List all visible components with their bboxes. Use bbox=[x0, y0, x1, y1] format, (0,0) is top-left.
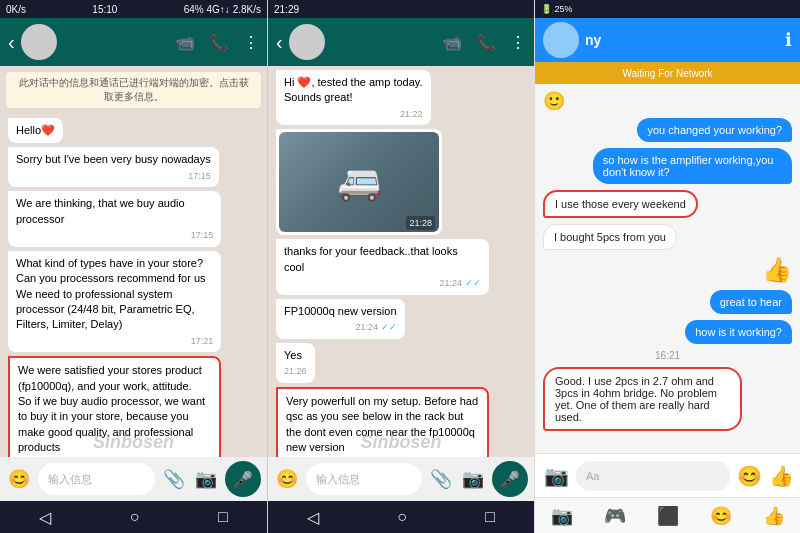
nav-home-icon-mid[interactable]: ○ bbox=[397, 508, 407, 526]
status-right-text: 64% 4G↑↓ 2.8K/s bbox=[184, 4, 261, 15]
msg-time: 17:21 bbox=[16, 335, 213, 348]
input-placeholder-mid: 输入信息 bbox=[316, 472, 360, 487]
chat-image: 🚐 21:28 bbox=[279, 132, 439, 232]
mic-icon: 🎤 bbox=[233, 470, 253, 489]
message-great-to-hear: great to hear bbox=[710, 290, 792, 314]
message-types: What kind of types have in your store? C… bbox=[8, 251, 221, 353]
chat-area-left: Hello❤️ Sorry but I've been very busy no… bbox=[0, 114, 267, 457]
time-separator: 16:21 bbox=[655, 350, 680, 361]
status-time-left: 15:10 bbox=[92, 4, 117, 15]
message-satisfied: We were satisfied your stores product (f… bbox=[8, 356, 221, 457]
status-bar-left: 0K/s 15:10 64% 4G↑↓ 2.8K/s bbox=[0, 0, 267, 18]
nav-game-right[interactable]: 🎮 bbox=[604, 505, 626, 527]
nav-like-right[interactable]: 👍 bbox=[763, 505, 785, 527]
nav-back-icon[interactable]: ◁ bbox=[39, 508, 51, 527]
message-looks-cool: thanks for your feedback..that looks coo… bbox=[276, 239, 489, 294]
mic-button[interactable]: 🎤 bbox=[225, 461, 261, 497]
emoji-icon-mid[interactable]: 😊 bbox=[274, 468, 300, 490]
message-image: 🚐 21:28 bbox=[276, 129, 442, 235]
message-busy: Sorry but I've been very busy nowadays 1… bbox=[8, 147, 219, 187]
msg-text: great to hear bbox=[720, 296, 782, 308]
msg-text: so how is the amplifier working,you don'… bbox=[603, 154, 774, 178]
msg-time: 17:15 bbox=[16, 229, 213, 242]
emoji-icon-right[interactable]: 😊 bbox=[734, 464, 765, 488]
msg-text: Sorry but I've been very busy nowadays bbox=[16, 152, 211, 167]
status-left-text: 0K/s bbox=[6, 4, 26, 15]
msg-text: Very powerfull on my setup. Before had q… bbox=[286, 394, 479, 456]
message-amplifier-working: so how is the amplifier working,you don'… bbox=[593, 148, 792, 184]
message-input-mid[interactable]: 输入信息 bbox=[306, 463, 422, 495]
whatsapp-header-left: ‹ 📹 📞 ⋮ bbox=[0, 18, 267, 66]
chat-footer-left: 😊 输入信息 📎 📷 🎤 bbox=[0, 457, 267, 501]
msg-text: Hello❤️ bbox=[16, 124, 55, 136]
attach-icon[interactable]: 📎 bbox=[161, 468, 187, 490]
msg-text: how is it working? bbox=[695, 326, 782, 338]
whatsapp-panel-middle: 21:29 ‹ 📹 📞 ⋮ Hi ❤️, tested the amp toda… bbox=[267, 0, 534, 533]
emoji-message: 🙂 bbox=[543, 90, 565, 112]
msg-text: Hi ❤️, tested the amp today.Sounds great… bbox=[284, 75, 423, 106]
input-placeholder: 输入信息 bbox=[48, 472, 92, 487]
smiley-emoji: 🙂 bbox=[543, 90, 565, 112]
status-icons-right: 🔋 25% bbox=[541, 4, 573, 14]
nav-home-right[interactable]: ⬛ bbox=[657, 505, 679, 527]
msg-text: What kind of types have in your store? C… bbox=[16, 256, 213, 333]
back-icon-mid[interactable]: ‹ bbox=[276, 31, 283, 54]
message-hello: Hello❤️ bbox=[8, 118, 63, 143]
messenger-input[interactable]: Aa bbox=[576, 461, 730, 491]
voice-call-icon[interactable]: 📞 bbox=[209, 33, 229, 52]
input-placeholder-right: Aa bbox=[586, 470, 599, 482]
encrypt-notice: 此对话中的信息和通话已进行端对端的加密。点击获取更多信息。 bbox=[6, 72, 261, 108]
msg-text: I bought 5pcs from you bbox=[554, 231, 666, 243]
nav-home-icon[interactable]: ○ bbox=[130, 508, 140, 526]
msg-text: FP10000q new version bbox=[284, 304, 397, 319]
messenger-contact-name: ny bbox=[585, 32, 779, 48]
image-time: 21:28 bbox=[406, 216, 435, 231]
nav-recents-icon-mid[interactable]: □ bbox=[485, 508, 495, 526]
mic-button-mid[interactable]: 🎤 bbox=[492, 461, 528, 497]
camera-icon-right[interactable]: 📷 bbox=[541, 464, 572, 488]
msg-time: 21:24 ✓✓ bbox=[284, 321, 397, 334]
emoji-icon[interactable]: 😊 bbox=[6, 468, 32, 490]
nav-emoji-right[interactable]: 😊 bbox=[710, 505, 732, 527]
message-use-every-weekend: I use those every weekend bbox=[543, 190, 698, 218]
whatsapp-panel-left: 0K/s 15:10 64% 4G↑↓ 2.8K/s ‹ 📹 📞 ⋮ 此对话中的… bbox=[0, 0, 267, 533]
messenger-panel-right: 🔋 25% ny ℹ Waiting For Network 🙂 you cha… bbox=[534, 0, 800, 533]
message-input-left[interactable]: 输入信息 bbox=[38, 463, 155, 495]
camera-icon-mid[interactable]: 📷 bbox=[460, 468, 486, 490]
msg-text: I use those every weekend bbox=[555, 198, 686, 210]
message-audio: We are thinking, that we buy audio proce… bbox=[8, 191, 221, 246]
msg-time: 21:26 bbox=[284, 365, 307, 378]
header-icons-left: 📹 📞 ⋮ bbox=[175, 33, 259, 52]
bottom-nav-left: ◁ ○ □ bbox=[0, 501, 267, 533]
nav-recents-icon[interactable]: □ bbox=[218, 508, 228, 526]
msg-text: We are thinking, that we buy audio proce… bbox=[16, 196, 213, 227]
bottom-nav-right: 📷 🎮 ⬛ 😊 👍 bbox=[535, 497, 800, 533]
message-how-working: how is it working? bbox=[685, 320, 792, 344]
nav-back-icon-mid[interactable]: ◁ bbox=[307, 508, 319, 527]
info-icon[interactable]: ℹ bbox=[785, 29, 792, 51]
phone-icon-mid[interactable]: 📞 bbox=[476, 33, 496, 52]
waiting-for-network-bar: Waiting For Network bbox=[535, 62, 800, 84]
msg-text: We were satisfied your stores product (f… bbox=[18, 363, 211, 455]
chat-footer-middle: 😊 输入信息 📎 📷 🎤 bbox=[268, 457, 534, 501]
attach-icon-mid[interactable]: 📎 bbox=[428, 468, 454, 490]
message-bought-5pcs: I bought 5pcs from you bbox=[543, 224, 677, 250]
nav-camera-right[interactable]: 📷 bbox=[551, 505, 573, 527]
message-tested: Hi ❤️, tested the amp today.Sounds great… bbox=[276, 70, 431, 125]
more-icon-mid[interactable]: ⋮ bbox=[510, 33, 526, 52]
car-icon: 🚐 bbox=[337, 157, 382, 207]
video-call-icon[interactable]: 📹 bbox=[175, 33, 195, 52]
video-icon-mid[interactable]: 📹 bbox=[442, 33, 462, 52]
more-options-icon[interactable]: ⋮ bbox=[243, 33, 259, 52]
camera-icon[interactable]: 📷 bbox=[193, 468, 219, 490]
like-send-icon[interactable]: 👍 bbox=[769, 464, 794, 488]
chat-area-middle: Hi ❤️, tested the amp today.Sounds great… bbox=[268, 66, 534, 457]
message-powerfull: Very powerfull on my setup. Before had q… bbox=[276, 387, 489, 457]
status-time-middle: 21:29 bbox=[274, 4, 299, 15]
msg-text: Yes bbox=[284, 348, 307, 363]
like-reaction: 👍 bbox=[762, 256, 792, 284]
msg-time: 17:15 bbox=[16, 170, 211, 183]
avatar bbox=[21, 24, 57, 60]
messenger-footer: 📷 Aa 😊 👍 bbox=[535, 453, 800, 497]
back-icon[interactable]: ‹ bbox=[8, 31, 15, 54]
